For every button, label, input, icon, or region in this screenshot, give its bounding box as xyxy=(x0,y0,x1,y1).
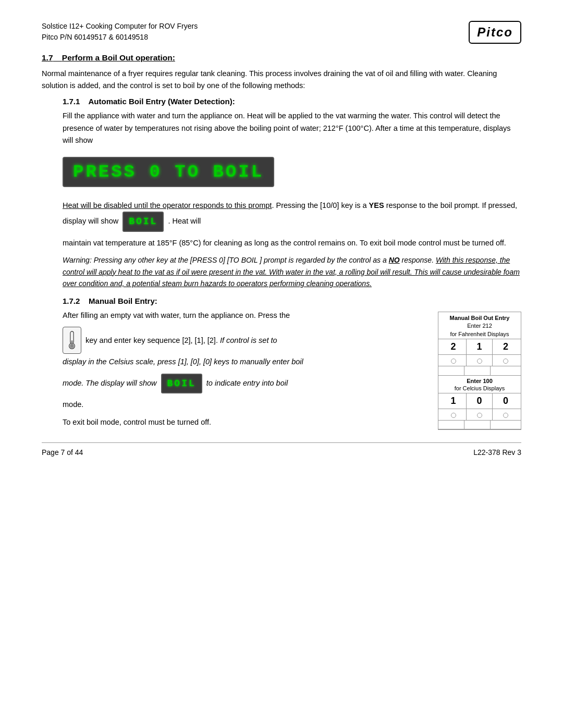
yes-text: YES xyxy=(369,201,384,209)
diagram-digit-1b: 1 xyxy=(440,393,467,409)
diagram-circle-5 xyxy=(467,409,493,420)
diagram-digit-0b: 0 xyxy=(493,393,519,409)
subsection-1-7-1-para1: Fill the appliance with water and turn t… xyxy=(63,110,521,146)
subsection-1-7-1-para2: Heat will be disabled until the operator… xyxy=(63,200,521,232)
diagram-fahrenheit-label: for Fahrenheit Displays xyxy=(438,330,521,339)
diagram-digits-bottom-row: 1 0 0 xyxy=(438,393,521,409)
thermometer-icon xyxy=(63,327,81,354)
page-footer: Page 7 of 44 L22-378 Rev 3 xyxy=(42,442,521,456)
subsection-1-7-1-para3: maintain vat temperature at 185°F (85°C)… xyxy=(63,237,521,249)
diagram-enter100: Enter 100 xyxy=(438,375,521,385)
diagram-digits-top-row: 2 1 2 xyxy=(438,339,521,354)
section-title: 1.7 Perform a Boil Out operation: xyxy=(42,53,521,63)
diagram-enter212: Enter 212 xyxy=(438,322,521,330)
boil-out-diagram: Manual Boil Out Entry Enter 212 for Fahr… xyxy=(438,312,521,429)
diagram-circles-top-row xyxy=(438,354,521,366)
para2-underline: Heat will be disabled until the operator… xyxy=(63,201,272,209)
header-line1: Solstice I12+ Cooking Computer for ROV F… xyxy=(42,21,198,32)
lcd-press-boil: PRESS 0 TO BOIL xyxy=(63,157,274,187)
section-number: 1.7 xyxy=(42,53,53,62)
diagram-circle-3 xyxy=(493,355,519,366)
footer-doc-number: L22-378 Rev 3 xyxy=(473,448,521,456)
diagram-celsius-label: for Celcius Displays xyxy=(438,385,521,393)
subsection-1-7-2-para1-key: key and enter key sequence [2], [1], [2]… xyxy=(63,327,427,354)
diagram-circles-bottom-row xyxy=(438,409,521,420)
diagram-digit-0a: 0 xyxy=(467,393,493,409)
diagram-circle-6 xyxy=(493,409,519,420)
subsection-1-7-2: 1.7.2 Manual Boil Entry: Manual Boil Out… xyxy=(63,297,521,434)
diagram-circle-2 xyxy=(467,355,493,366)
lcd-large-display: PRESS 0 TO BOIL xyxy=(63,152,521,193)
section-heading: Perform a Boil Out operation: xyxy=(62,53,175,62)
diagram-digit-2b: 2 xyxy=(493,339,519,354)
header-text: Solstice I12+ Cooking Computer for ROV F… xyxy=(42,21,198,43)
page-header: Solstice I12+ Cooking Computer for ROV F… xyxy=(42,21,521,44)
lcd-press-boil-text: PRESS 0 TO BOIL xyxy=(73,162,264,182)
diagram-circle-1 xyxy=(440,355,467,366)
diagram-digit-1: 1 xyxy=(467,339,493,354)
diagram-empty-top xyxy=(438,366,521,375)
lcd-boil-small: BOIL xyxy=(123,212,164,232)
subsection-1-7-1: 1.7.1 Automatic Boil Entry (Water Detect… xyxy=(63,97,521,289)
diagram-title: Manual Boil Out Entry xyxy=(438,312,521,322)
lcd-boil-small-2: BOIL xyxy=(161,374,202,394)
diagram-circle-4 xyxy=(440,409,467,420)
subsection-1-7-1-title: 1.7.1 Automatic Boil Entry (Water Detect… xyxy=(63,97,521,106)
diagram-empty-bottom xyxy=(438,420,521,429)
footer-page: Page 7 of 44 xyxy=(42,448,83,456)
svg-point-3 xyxy=(70,344,74,348)
header-line2: Pitco P/N 60149517 & 60149518 xyxy=(42,32,198,43)
warning-block: Warning: Pressing any other key at the [… xyxy=(63,254,521,289)
section-intro: Normal maintenance of a fryer requires r… xyxy=(42,68,521,92)
diagram-digit-2a: 2 xyxy=(440,339,467,354)
pitco-logo: Pitco xyxy=(469,21,521,44)
subsection-1-7-2-title: 1.7.2 Manual Boil Entry: xyxy=(63,297,521,305)
